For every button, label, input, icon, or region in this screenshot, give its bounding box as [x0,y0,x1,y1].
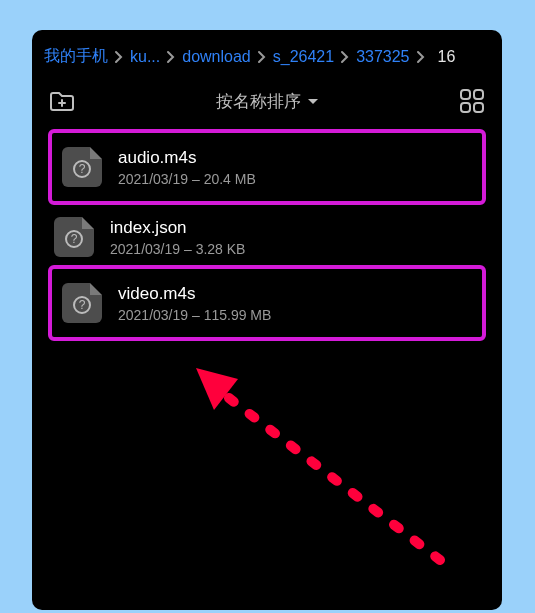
grid-view-button[interactable] [456,87,488,115]
unknown-type-icon: ? [73,296,91,314]
file-icon: ? [62,147,102,187]
breadcrumb-item[interactable]: s_26421 [273,48,334,66]
file-meta: 2021/03/19 – 20.4 MB [118,171,256,187]
chevron-right-icon [257,50,267,64]
chevron-right-icon [340,50,350,64]
breadcrumb-current: 16 [438,48,456,66]
svg-rect-5 [474,103,483,112]
file-meta: 2021/03/19 – 115.99 MB [118,307,271,323]
svg-rect-4 [461,103,470,112]
file-info: index.json2021/03/19 – 3.28 KB [110,217,245,257]
breadcrumb: 我的手机 ku... download s_26421 337325 16 [32,30,502,73]
file-name: index.json [110,217,245,239]
breadcrumb-item[interactable]: 337325 [356,48,409,66]
file-manager-window: 我的手机 ku... download s_26421 337325 16 [32,30,502,610]
file-icon: ? [62,283,102,323]
sort-button[interactable]: 按名称排序 [216,90,319,113]
breadcrumb-item[interactable]: download [182,48,251,66]
file-icon: ? [54,217,94,257]
breadcrumb-item[interactable]: 我的手机 [44,46,108,67]
breadcrumb-item[interactable]: ku... [130,48,160,66]
caret-down-icon [307,91,319,111]
file-name: audio.m4s [118,147,256,169]
file-info: audio.m4s2021/03/19 – 20.4 MB [118,147,256,187]
file-meta: 2021/03/19 – 3.28 KB [110,241,245,257]
unknown-type-icon: ? [73,160,91,178]
file-row-wrap: ?index.json2021/03/19 – 3.28 KB [48,209,486,265]
svg-rect-3 [474,90,483,99]
file-row[interactable]: ?index.json2021/03/19 – 3.28 KB [48,209,486,265]
toolbar: 按名称排序 [32,73,502,121]
chevron-right-icon [166,50,176,64]
chevron-right-icon [416,50,426,64]
highlight-box: ?video.m4s2021/03/19 – 115.99 MB [48,265,486,341]
chevron-right-icon [114,50,124,64]
file-list: ?audio.m4s2021/03/19 – 20.4 MB?index.jso… [32,121,502,353]
unknown-type-icon: ? [65,230,83,248]
file-row[interactable]: ?audio.m4s2021/03/19 – 20.4 MB [56,139,478,195]
sort-label: 按名称排序 [216,90,301,113]
highlight-box: ?audio.m4s2021/03/19 – 20.4 MB [48,129,486,205]
svg-rect-2 [461,90,470,99]
file-name: video.m4s [118,283,271,305]
new-folder-button[interactable] [46,87,78,115]
file-row[interactable]: ?video.m4s2021/03/19 – 115.99 MB [56,275,478,331]
file-info: video.m4s2021/03/19 – 115.99 MB [118,283,271,323]
